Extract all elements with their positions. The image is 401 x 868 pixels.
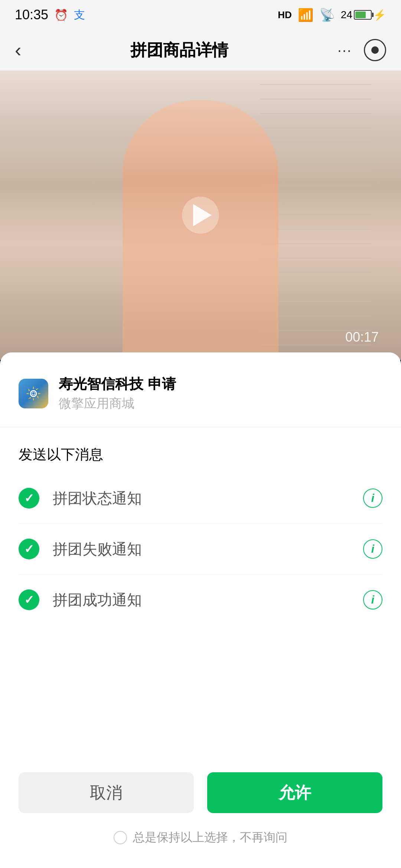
- page-title: 拼团商品详情: [130, 39, 228, 61]
- permission-sheet: ✦ 寿光智信科技 申请 微擎应用商城 发送以下消息 ✓ 拼团状态通知 i: [0, 352, 401, 868]
- perm-left-2: ✓ 拼团失败通知: [19, 539, 142, 559]
- checkmark-1: ✓: [24, 491, 34, 505]
- info-button-1[interactable]: i: [363, 489, 382, 508]
- video-timer: 00:17: [345, 329, 379, 345]
- keep-choice-text: 总是保持以上选择，不再询问: [133, 829, 287, 846]
- play-icon: [193, 204, 212, 226]
- check-icon-3: ✓: [19, 589, 39, 610]
- checkmark-3: ✓: [24, 593, 34, 607]
- send-label: 发送以下消息: [0, 427, 401, 473]
- apply-label: 申请: [148, 375, 176, 394]
- wifi-icon: 📡: [319, 7, 335, 22]
- scan-button[interactable]: [364, 39, 386, 61]
- permission-item-3: ✓ 拼团成功通知 i: [19, 575, 382, 625]
- check-icon-1: ✓: [19, 488, 39, 509]
- back-button[interactable]: ‹: [15, 39, 21, 61]
- allow-button[interactable]: 允许: [207, 772, 382, 813]
- play-button[interactable]: [182, 197, 219, 234]
- app-info-row: ✦ 寿光智信科技 申请 微擎应用商城: [19, 375, 382, 412]
- perm-left-1: ✓ 拼团状态通知: [19, 488, 142, 509]
- perm-text-2: 拼团失败通知: [53, 539, 142, 559]
- alarm-icon: ⏰: [54, 9, 68, 22]
- app-name: 寿光智信科技: [59, 375, 143, 394]
- nav-actions: ···: [338, 39, 386, 61]
- battery-indicator: 24 ⚡: [341, 9, 386, 21]
- svg-text:✦: ✦: [31, 391, 36, 397]
- app-name-apply-row: 寿光智信科技 申请: [59, 375, 176, 394]
- checkmark-2: ✓: [24, 542, 34, 556]
- permission-list: ✓ 拼团状态通知 i ✓ 拼团失败通知 i ✓ 拼团成功通知 i: [0, 473, 401, 757]
- keep-choice-row[interactable]: 总是保持以上选择，不再询问: [0, 821, 401, 868]
- hd-icon: HD: [278, 9, 292, 21]
- video-background: 00:17: [0, 70, 401, 360]
- gear-icon: ✦: [24, 384, 43, 403]
- cancel-button[interactable]: 取消: [19, 772, 194, 813]
- app-name-container: 寿光智信科技 申请 微擎应用商城: [59, 375, 176, 412]
- status-bar: 10:35 ⏰ 支 HD 📶 📡 24 ⚡: [0, 0, 401, 30]
- app-icon: ✦: [19, 379, 48, 408]
- status-left: 10:35 ⏰ 支: [15, 7, 85, 23]
- keep-choice-radio[interactable]: [114, 831, 127, 844]
- info-button-3[interactable]: i: [363, 590, 382, 609]
- status-right: HD 📶 📡 24 ⚡: [278, 7, 386, 22]
- status-time: 10:35: [15, 7, 48, 23]
- app-subtitle: 微擎应用商城: [59, 395, 176, 412]
- signal-icon: 📶: [298, 7, 313, 22]
- perm-text-3: 拼团成功通知: [53, 590, 142, 610]
- video-area[interactable]: 00:17: [0, 70, 401, 360]
- info-button-2[interactable]: i: [363, 539, 382, 559]
- scan-icon: [371, 46, 379, 54]
- charging-icon: ⚡: [373, 9, 386, 21]
- sheet-header: ✦ 寿光智信科技 申请 微擎应用商城: [0, 352, 401, 427]
- permission-item-1: ✓ 拼团状态通知 i: [19, 473, 382, 524]
- perm-left-3: ✓ 拼团成功通知: [19, 589, 142, 610]
- alipay-icon: 支: [74, 7, 85, 23]
- more-button[interactable]: ···: [338, 42, 352, 59]
- perm-text-1: 拼团状态通知: [53, 488, 142, 509]
- action-buttons: 取消 允许: [0, 757, 401, 821]
- battery-icon: [354, 10, 372, 20]
- nav-bar: ‹ 拼团商品详情 ···: [0, 30, 401, 70]
- permission-item-2: ✓ 拼团失败通知 i: [19, 524, 382, 575]
- battery-number: 24: [341, 9, 352, 21]
- check-icon-2: ✓: [19, 539, 39, 559]
